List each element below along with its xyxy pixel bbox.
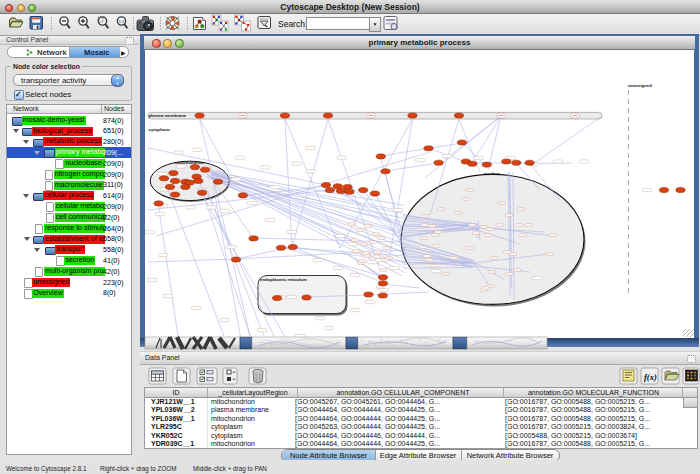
svg-text:mitochondrion: mitochondrion	[174, 160, 204, 165]
svg-text:cytoplasm: cytoplasm	[149, 127, 170, 132]
svg-text:endoplasmic reticulum: endoplasmic reticulum	[260, 277, 307, 282]
svg-text:plasma membrane: plasma membrane	[149, 113, 187, 118]
svg-text:f(x): f(x)	[644, 372, 657, 382]
svg-text:unassigned: unassigned	[628, 83, 652, 88]
svg-text:nucleus: nucleus	[484, 171, 501, 176]
svg-text:1:1: 1:1	[119, 19, 125, 24]
